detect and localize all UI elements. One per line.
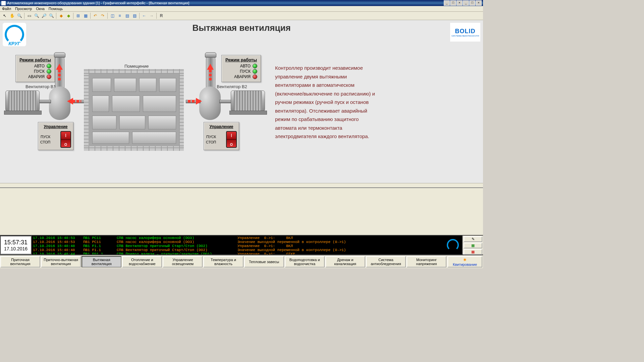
layout-2-icon[interactable]: ≡ [116, 12, 123, 19]
zoom-out-icon[interactable]: 🔎 [41, 12, 47, 19]
mode-alarm-label-r: АВАРИЯ [234, 74, 251, 79]
nav-btn-1[interactable]: Приточно-вытяжная вентиляция [41, 256, 81, 267]
tool-b-icon[interactable]: ◆ [65, 12, 72, 19]
rocker-switch-left[interactable] [60, 131, 71, 148]
nav-btn-10[interactable]: Мониторинг напряжения [407, 256, 446, 267]
layout-1-icon[interactable]: ◫ [109, 12, 116, 19]
r-button[interactable]: R [158, 12, 165, 19]
log-row[interactable]: 17.10.2016 15:48:44ПВ1 FG1.1СПВ Привод ж… [33, 252, 442, 254]
nav-btn-9[interactable]: Система антиобледенения [366, 256, 406, 267]
inner-close-button[interactable]: × [476, 0, 482, 6]
log-row[interactable]: 17.10.2016 15:48:48ПВ1 F1.1СПВ Вентилято… [33, 248, 442, 252]
room-label: Помещение [124, 64, 149, 69]
logo-mini [443, 236, 462, 254]
nav-btn-6[interactable]: Тепловые завесы [244, 256, 284, 267]
hand-icon[interactable]: ✋ [9, 12, 15, 19]
side-btn-2[interactable]: ▦ [464, 243, 482, 248]
pipe-cap-left [54, 52, 65, 58]
inner-minimize-button[interactable]: _ [463, 0, 469, 6]
zoom-icon[interactable]: 🔍 [16, 12, 23, 19]
led-start-right [253, 69, 257, 74]
fit-icon[interactable]: ▭ [26, 12, 33, 19]
motor-base-left [4, 111, 42, 115]
mode-header: Режим работы [19, 57, 51, 62]
maximize-button[interactable]: □ [450, 0, 456, 6]
nav-btn-7[interactable]: Водоподготовка и водоочистка [285, 256, 325, 267]
mode-alarm-label: АВАРИЯ [28, 74, 45, 79]
side-btn-3[interactable]: ▦ [464, 249, 482, 255]
app-icon [1, 1, 6, 5]
fan-label-right: Вентилятор В2 [217, 84, 247, 89]
log-row[interactable]: 17.10.2016 15:48:48ПВ1 F1.1СПВ Вентилято… [33, 244, 442, 248]
ctrl-stop-label-l: СТОП [40, 139, 50, 145]
zoom-reset-icon[interactable]: 🔍 [48, 12, 55, 19]
tool-a-icon[interactable]: ◆ [58, 12, 64, 19]
menu-view[interactable]: Просмотр [15, 7, 32, 11]
motor-right [231, 90, 265, 111]
log-row[interactable]: 17.10.2016 15:48:53ПВ1 PC11СПВ насос кал… [33, 236, 442, 240]
page-title: Вытяжная вентиляция [0, 23, 483, 33]
ctrl-start-label-l: ПУСК [40, 134, 50, 139]
pointer-icon[interactable]: ↖ [1, 12, 8, 19]
back-icon[interactable]: ← [141, 12, 148, 19]
mode-auto-label: АВТО [34, 64, 45, 68]
ack-button[interactable]: ✷Квитирование [447, 256, 482, 267]
led-alarm-left [47, 74, 51, 79]
undo-icon[interactable]: ↶ [92, 12, 99, 19]
snap-icon[interactable]: ⊞ [75, 12, 82, 19]
motor-left [5, 90, 40, 111]
side-btn-1[interactable]: ✎ [464, 236, 482, 242]
flow-tail-left-up [58, 69, 61, 80]
flow-arrow-right-h [196, 98, 202, 105]
description-text: Контроллер производит независимое управл… [275, 64, 376, 141]
inner-maximize-button[interactable]: □ [469, 0, 475, 6]
mode-header-r: Режим работы [225, 57, 257, 62]
flow-tail-right-up [209, 69, 212, 80]
led-alarm-right [253, 74, 257, 79]
nav-row: Приточная вентиляцияПриточно-вытяжная ве… [0, 255, 483, 268]
menu-help[interactable]: Помощь [49, 7, 63, 11]
log-row[interactable]: 17.10.2016 15:48:53ПВ1 PC11СПВ насос кал… [33, 240, 442, 244]
mode-start-label-r: ПУСК [240, 69, 251, 74]
layout-4-icon[interactable]: ▧ [131, 12, 138, 19]
close-button[interactable]: × [457, 0, 463, 6]
led-auto-left [47, 64, 51, 68]
clock-time: 15:57:31 [4, 239, 28, 246]
led-start-left [47, 69, 51, 74]
menu-file[interactable]: Файл [2, 7, 11, 11]
flow-arrow-left-up [56, 64, 63, 70]
fan-label-left: Вентилятор В1 [25, 84, 56, 89]
layout-3-icon[interactable]: ▤ [124, 12, 130, 19]
mode-panel-left: Режим работы АВТО ПУСК АВАРИЯ [15, 55, 55, 82]
control-panel-right: Управление ПУСК СТОП [204, 122, 239, 150]
menubar: Файл Просмотр Окна Помощь [0, 6, 483, 12]
rocker-switch-right[interactable] [226, 131, 237, 148]
ctrl-stop-label-r: СТОП [206, 139, 216, 145]
mode-start-label: ПУСК [34, 69, 45, 74]
statusbar [0, 183, 483, 187]
floor-plan [89, 74, 179, 146]
flow-tail-left-h [72, 100, 81, 103]
mode-panel-right: Режим работы АВТО ПУСК АВАРИЯ [221, 55, 261, 82]
grid-icon[interactable]: ▦ [82, 12, 89, 19]
nav-btn-8[interactable]: Дренаж и канализация [325, 256, 365, 267]
redo-icon[interactable]: ↷ [99, 12, 106, 19]
forward-icon[interactable]: → [148, 12, 155, 19]
menu-window[interactable]: Окна [36, 7, 45, 11]
nav-btn-5[interactable]: Температура и влажность [203, 256, 243, 267]
flow-arrow-right-up [207, 64, 214, 70]
event-log[interactable]: 17.10.2016 15:48:53ПВ1 PC11СПВ насос кал… [32, 236, 443, 254]
flow-arrow-left-h [67, 98, 73, 105]
titlebar: Автоматизация инженерного оборудования з… [0, 0, 483, 6]
led-auto-right [253, 64, 257, 68]
flow-tail-right-h [188, 100, 197, 103]
nav-btn-3[interactable]: Отопление и водоснабжение [122, 256, 162, 267]
nav-btn-2[interactable]: Вытяжная вентиляция [82, 256, 121, 267]
zoom-in-icon[interactable]: 🔍 [33, 12, 40, 19]
clock-date: 17.10.2016 [4, 246, 28, 251]
nav-btn-4[interactable]: Управление освещением [163, 256, 203, 267]
nav-btn-0[interactable]: Приточная вентиляция [0, 256, 40, 267]
control-panel-left: Управление ПУСК СТОП [38, 122, 73, 150]
pipe-cap-right [205, 52, 216, 58]
minimize-button[interactable]: _ [444, 0, 450, 6]
